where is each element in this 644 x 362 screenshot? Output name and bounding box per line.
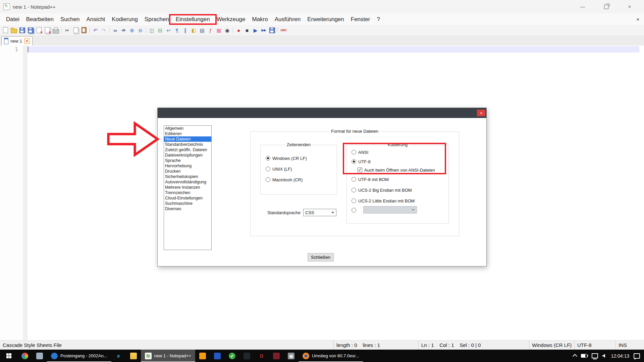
menu-ansicht[interactable]: Ansicht — [83, 16, 109, 23]
tab-new-1[interactable]: new 1 × — [1, 36, 33, 46]
category-mehrere-instanzen[interactable]: Mehrere Instanzen — [164, 185, 211, 190]
eol-format[interactable]: Windows (CR LF) — [529, 341, 574, 350]
radio-unix-lf[interactable] — [266, 167, 270, 171]
option-ucs2-little-endian[interactable]: UCS-2 Little Endian mit BOM — [352, 197, 415, 204]
dialog-title-bar[interactable] — [158, 108, 486, 118]
toolbar-separator[interactable] — [108, 26, 111, 35]
menu-datei[interactable]: Datei — [3, 16, 23, 23]
document-close-icon[interactable]: × — [636, 16, 644, 22]
tab-close-icon[interactable]: × — [24, 38, 30, 44]
define-language-button[interactable]: ◧ — [190, 26, 198, 35]
close-all-button[interactable] — [43, 26, 52, 35]
option-utf8-bom[interactable]: UTF-8 mit BOM — [352, 176, 389, 183]
radio-ucs2-big-endian[interactable] — [352, 188, 356, 192]
category-suchmaschine[interactable]: Suchmaschine — [164, 201, 211, 206]
radio-macintosh-cr[interactable] — [266, 177, 270, 182]
radio-ucs2-little-endian[interactable] — [352, 198, 356, 203]
close-file-button[interactable] — [35, 26, 43, 35]
stop-macro-button[interactable]: ■ — [243, 26, 251, 35]
network-icon[interactable] — [592, 353, 598, 358]
menu-einstellungen[interactable]: Einstellungen — [172, 16, 213, 23]
menu-erweiterungen[interactable]: Erweiterungen — [304, 16, 347, 23]
zoom-out-button[interactable]: ⊖ — [136, 26, 145, 35]
category-diverses[interactable]: Diverses — [164, 206, 211, 212]
taskbar-gray-app-button[interactable] — [32, 350, 47, 362]
category-allgemein[interactable]: Allgemein — [164, 126, 211, 131]
taskbar-notepadpp-button[interactable]: N new 1 - Notepad++ — [141, 350, 196, 362]
taskbar-blue-app-button[interactable] — [210, 350, 225, 362]
taskbar-green-check-button[interactable]: ✓ — [225, 350, 239, 362]
minimize-button[interactable]: — — [571, 0, 594, 13]
category-neue-dateien[interactable]: Neue Dateien — [164, 136, 211, 142]
function-list-button[interactable]: ƒ — [206, 26, 215, 35]
option-ucs2-big-endian[interactable]: UCS-2 Big Endian mit BOM — [352, 187, 412, 193]
category-cloud-einstellungen[interactable]: Cloud-Einstellungen — [164, 195, 211, 201]
radio-ansi[interactable] — [352, 150, 356, 155]
menu-help[interactable]: ? — [373, 16, 383, 23]
toolbar-separator[interactable] — [231, 26, 234, 35]
save-all-button[interactable] — [26, 26, 35, 35]
hidden-icons-chevron[interactable] — [573, 354, 577, 358]
menu-fenster[interactable]: Fenster — [347, 16, 374, 23]
undo-button[interactable]: ↶ — [91, 26, 100, 35]
taskbar-orange-app-button[interactable] — [195, 350, 210, 362]
taskbar-posteingang-button[interactable]: Posteingang - 2002An... — [47, 350, 111, 362]
radio-other-encoding[interactable] — [352, 208, 356, 213]
menu-bearbeiten[interactable]: Bearbeiten — [23, 16, 57, 23]
show-all-characters-button[interactable]: ¶ — [173, 26, 181, 35]
dialog-close-button[interactable]: × — [477, 110, 485, 116]
category-list[interactable]: Allgemein Editieren Neue Dateien Standar… — [164, 125, 212, 250]
close-button[interactable]: × — [618, 0, 641, 13]
encoding-label[interactable]: UTF-8 — [574, 341, 615, 350]
replace-button[interactable]: ab — [119, 26, 128, 35]
redo-button[interactable]: ↷ — [100, 26, 108, 35]
option-ansi[interactable]: ANSI — [352, 149, 368, 156]
play-macro-button[interactable]: ▶ — [251, 26, 260, 35]
indent-guide-button[interactable]: ∥ — [181, 26, 190, 35]
find-button[interactable]: ∞ — [111, 26, 119, 35]
open-file-button[interactable] — [10, 26, 18, 35]
category-dateiverknuepfungen[interactable]: Dateiverknüpfungen — [164, 153, 211, 158]
document-map-button[interactable]: ▤ — [198, 26, 206, 35]
save-button[interactable] — [18, 26, 26, 35]
toolbar-separator[interactable] — [88, 26, 91, 35]
run-macro-multiple-button[interactable]: ▶▶ — [260, 26, 268, 35]
category-trennzeichen[interactable]: Trennzeichen — [164, 190, 211, 195]
option-windows-crlf[interactable]: Windows (CR LF) — [266, 155, 307, 162]
zoom-in-button[interactable]: ⊕ — [128, 26, 136, 35]
menu-makro[interactable]: Makro — [249, 16, 271, 23]
taskbar-camera-app-button[interactable]: ◉ — [284, 350, 299, 362]
menu-sprachen[interactable]: Sprachen — [141, 16, 172, 23]
option-other-encoding[interactable] — [352, 207, 356, 214]
category-editieren[interactable]: Editieren — [164, 131, 211, 136]
clock[interactable]: 12:04:13 — [611, 353, 630, 359]
radio-utf8-bom[interactable] — [352, 177, 356, 182]
taskbar-firefox-button[interactable]: Umstieg von 60.7.0esr... — [299, 350, 363, 362]
taskbar-maroon-app-button[interactable] — [269, 350, 284, 362]
taskbar-explorer-button[interactable] — [126, 350, 141, 362]
schliessen-button[interactable]: Schließen — [308, 253, 334, 261]
category-standardverzeichnis[interactable]: Standardverzeichnis — [164, 142, 211, 147]
category-sicherheitskopien[interactable]: Sicherheitskopien — [164, 174, 211, 179]
taskbar-colorful-app-button[interactable] — [17, 350, 32, 362]
category-zuletzt-geoeffnete-dateien[interactable]: Zuletzt geöffn. Dateien — [164, 147, 211, 153]
category-autovervollstaendigung[interactable]: Autovervollständigung — [164, 179, 211, 185]
monitoring-button[interactable]: ◉ — [223, 26, 231, 35]
save-macro-button[interactable] — [268, 26, 276, 35]
sync-vertical-button[interactable]: ◫ — [148, 26, 156, 35]
category-drucken[interactable]: Drucken — [164, 169, 211, 174]
option-utf8[interactable]: UTF-8 — [352, 158, 371, 165]
option-macintosh-cr[interactable]: Macintosh (CR) — [266, 176, 303, 183]
taskbar-edge-button[interactable]: e — [111, 350, 126, 362]
start-button[interactable] — [0, 350, 17, 362]
taskbar-dark-app-button[interactable] — [239, 350, 254, 362]
radio-windows-crlf[interactable] — [266, 156, 270, 161]
record-macro-button[interactable]: ● — [234, 26, 243, 35]
sync-horizontal-button[interactable]: ⊟ — [156, 26, 164, 35]
menu-werkzeuge[interactable]: Werkzeuge — [213, 16, 249, 23]
folder-as-workspace-button[interactable]: ▦ — [215, 26, 223, 35]
word-wrap-button[interactable]: ↩ — [164, 26, 173, 35]
menu-suchen[interactable]: Suchen — [57, 16, 83, 23]
cut-button[interactable]: ✂ — [63, 26, 71, 35]
paste-button[interactable] — [80, 26, 88, 35]
